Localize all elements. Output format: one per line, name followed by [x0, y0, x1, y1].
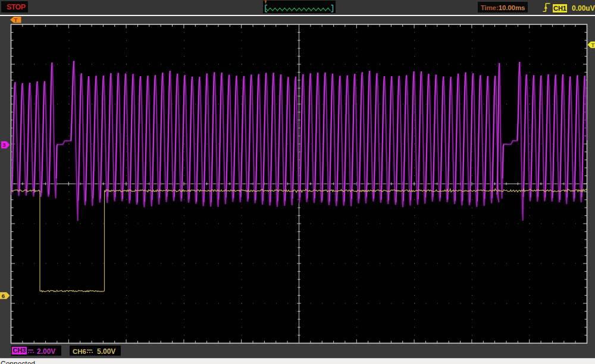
svg-text:T: T: [591, 42, 595, 48]
svg-text:3: 3: [2, 142, 5, 148]
svg-text:6: 6: [2, 293, 5, 299]
svg-text:T: T: [14, 17, 18, 23]
